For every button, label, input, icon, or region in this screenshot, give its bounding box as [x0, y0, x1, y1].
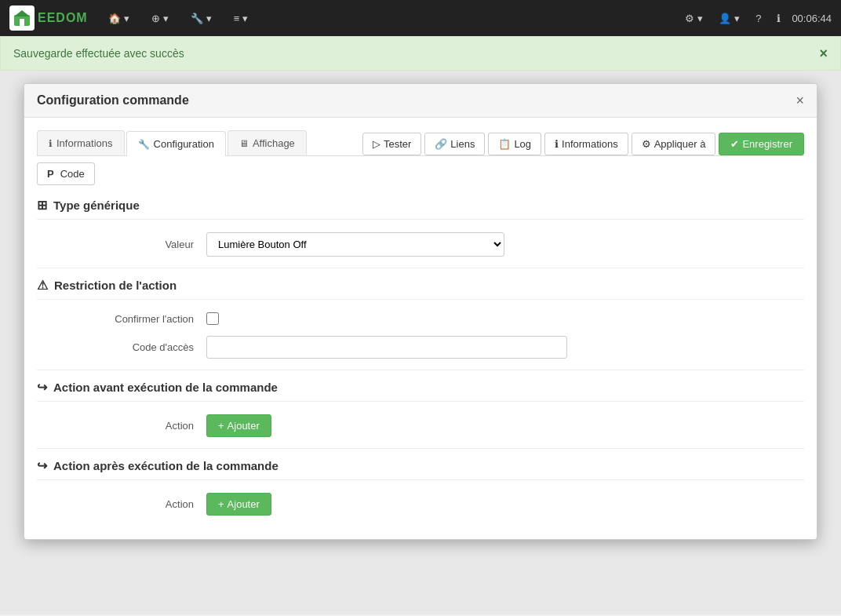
log-label: Log — [514, 138, 531, 150]
appliquer-icon: ⚙ — [642, 138, 651, 150]
generic-type-heading: ⊞ Type générique — [37, 198, 804, 220]
clock: 00:06:44 — [792, 13, 832, 24]
confirmer-row: Confirmer l'action — [37, 312, 804, 325]
enregistrer-label: Enregistrer — [742, 138, 792, 150]
log-icon: 📋 — [498, 138, 511, 150]
settings-menu[interactable]: ≡ ▾ — [226, 9, 257, 27]
code-icon: P — [47, 168, 54, 180]
action-after-add-button[interactable]: + Ajouter — [206, 493, 271, 516]
confirmer-checkbox[interactable] — [206, 312, 219, 325]
tab-affichage[interactable]: 🖥 Affichage — [228, 130, 307, 155]
generic-type-title: Type générique — [53, 199, 140, 212]
add-before-icon: + — [218, 420, 224, 432]
modal-title: Configuration commande — [37, 93, 189, 108]
valeur-row: Valeur Lumière Bouton Off Lumière Bouton… — [37, 232, 804, 257]
valeur-select[interactable]: Lumière Bouton Off Lumière Bouton On Lum… — [206, 232, 504, 257]
add-after-label: Ajouter — [228, 498, 260, 510]
modal-body: ℹ Informations 🔧 Configuration 🖥 Afficha… — [24, 118, 817, 539]
modal-header: Configuration commande × — [24, 84, 817, 118]
svg-rect-2 — [20, 19, 24, 26]
config-tab-icon: 🔧 — [138, 139, 150, 150]
modal: Configuration commande × ℹ Informations … — [24, 83, 817, 540]
divider-1 — [37, 268, 804, 268]
btn-code[interactable]: P Code — [37, 162, 95, 185]
informations-label: Informations — [562, 138, 618, 150]
tools-menu[interactable]: 🔧 ▾ — [183, 9, 220, 27]
action-before-title: Action avant exécution de la commande — [53, 381, 278, 394]
btn-tester[interactable]: ▷ Tester — [362, 133, 421, 155]
brand[interactable]: EEDOM — [9, 5, 88, 31]
affichage-tab-icon: 🖥 — [239, 138, 249, 149]
tabs-row: ℹ Informations 🔧 Configuration 🖥 Afficha… — [37, 130, 804, 156]
tab-informations[interactable]: ℹ Informations — [37, 130, 125, 155]
question-icon: ? — [755, 13, 761, 24]
navbar-right: ⚙ ▾ 👤 ▾ ? ℹ 00:06:44 — [680, 9, 832, 27]
info-circle-icon: ℹ — [777, 13, 781, 24]
help-button[interactable]: ? — [751, 9, 766, 27]
tools-icon: 🔧 — [191, 13, 203, 24]
btn-enregistrer[interactable]: ✔ Enregistrer — [719, 133, 804, 155]
tab-affichage-label: Affichage — [253, 137, 295, 149]
action-after-icon: ↪ — [37, 458, 47, 473]
btn-log[interactable]: 📋 Log — [488, 133, 541, 155]
btn-appliquer[interactable]: ⚙ Appliquer à — [632, 133, 716, 155]
tester-label: Tester — [384, 138, 411, 150]
tab-configuration[interactable]: 🔧 Configuration — [126, 131, 226, 156]
user-menu[interactable]: 👤 ▾ — [714, 9, 745, 27]
add-after-icon: + — [218, 498, 224, 510]
modal-close-button[interactable]: × — [795, 93, 804, 108]
page-background: Configuration commande × ℹ Informations … — [0, 71, 841, 614]
action-before-icon: ↪ — [37, 380, 47, 395]
alert-message: Sauvegarde effectuée avec succès — [13, 47, 184, 60]
divider-2 — [37, 370, 804, 370]
action-after-heading: ↪ Action après exécution de la commande — [37, 458, 804, 480]
code-acces-row: Code d'accès — [37, 336, 804, 359]
liens-label: Liens — [450, 138, 475, 150]
tester-icon: ▷ — [373, 138, 380, 150]
action-after-title: Action après exécution de la commande — [53, 459, 279, 472]
section-action-before: ↪ Action avant exécution de la commande … — [37, 380, 804, 437]
tab-configuration-label: Configuration — [154, 138, 214, 150]
code-acces-input[interactable] — [206, 336, 567, 359]
confirmer-label: Confirmer l'action — [49, 313, 206, 325]
restriction-title: Restriction de l'action — [54, 279, 177, 292]
code-label: Code — [60, 168, 85, 180]
btn-informations[interactable]: ℹ Informations — [544, 133, 628, 155]
plugins-menu-label: ▾ — [163, 13, 169, 24]
alert-close-button[interactable]: × — [819, 46, 828, 60]
action-before-heading: ↪ Action avant exécution de la commande — [37, 380, 804, 402]
section-restriction: ⚠ Restriction de l'action Confirmer l'ac… — [37, 278, 804, 359]
action-after-row: Action + Ajouter — [37, 493, 804, 516]
config-icon: ⚙ — [685, 13, 694, 24]
user-icon: 👤 — [719, 13, 731, 24]
action-before-row: Action + Ajouter — [37, 414, 804, 437]
plugins-menu[interactable]: ⊕ ▾ — [144, 9, 177, 27]
settings-menu-label: ▾ — [242, 13, 248, 24]
enregistrer-icon: ✔ — [730, 138, 739, 150]
restriction-heading: ⚠ Restriction de l'action — [37, 278, 804, 300]
divider-3 — [37, 448, 804, 449]
section-action-after: ↪ Action après exécution de la commande … — [37, 458, 804, 516]
appliquer-label: Appliquer à — [654, 138, 706, 150]
action-before-add-button[interactable]: + Ajouter — [206, 414, 271, 437]
action-before-label: Action — [49, 420, 206, 432]
logo-icon — [9, 5, 35, 31]
settings-icon: ≡ — [234, 13, 240, 24]
add-before-label: Ajouter — [228, 420, 260, 432]
liens-icon: 🔗 — [435, 138, 447, 150]
navbar: EEDOM 🏠 ▾ ⊕ ▾ 🔧 ▾ ≡ ▾ ⚙ ▾ 👤 ▾ ? ℹ 00:06:… — [0, 0, 841, 36]
plugins-icon: ⊕ — [151, 13, 160, 24]
brand-title: EEDOM — [38, 11, 88, 25]
section-generic-type: ⊞ Type générique Valeur Lumière Bouton O… — [37, 198, 804, 257]
config-menu[interactable]: ⚙ ▾ — [680, 9, 708, 27]
code-acces-label: Code d'accès — [49, 341, 206, 353]
home-menu-label: ▾ — [124, 13, 129, 24]
svg-marker-1 — [14, 10, 30, 16]
home-icon: 🏠 — [108, 13, 121, 24]
action-after-label: Action — [49, 498, 206, 510]
info-button[interactable]: ℹ — [772, 9, 785, 27]
alert-bar: Sauvegarde effectuée avec succès × — [0, 36, 841, 71]
warning-icon: ⚠ — [37, 278, 48, 293]
home-menu[interactable]: 🏠 ▾ — [100, 9, 137, 27]
btn-liens[interactable]: 🔗 Liens — [424, 133, 485, 155]
